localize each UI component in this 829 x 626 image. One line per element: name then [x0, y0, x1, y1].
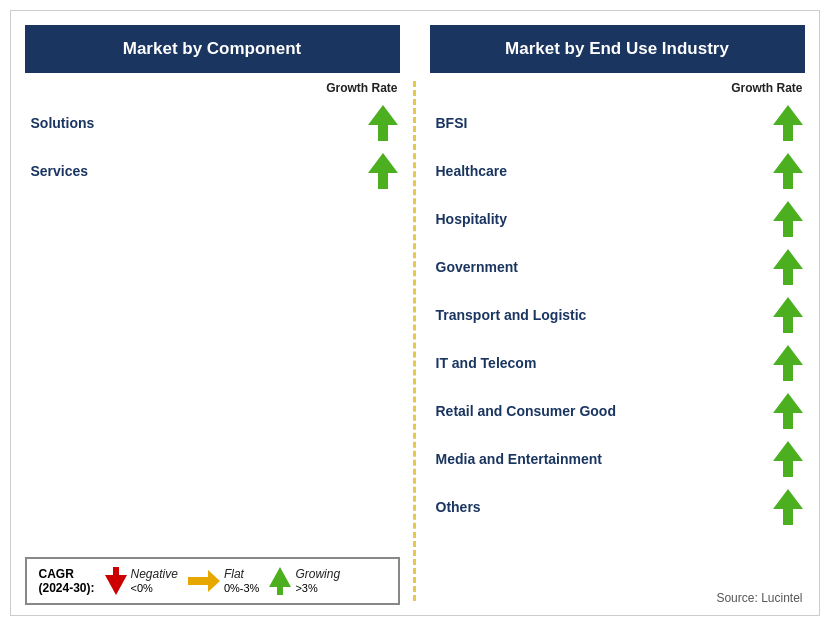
list-item: IT and Telecom — [416, 339, 819, 387]
flat-arrow-icon — [188, 570, 220, 592]
growing-label: Growing — [295, 567, 340, 581]
government-arrow-icon — [773, 249, 803, 285]
svg-marker-11 — [773, 393, 803, 429]
others-arrow-icon — [773, 489, 803, 525]
list-item: Hospitality — [416, 195, 819, 243]
hospitality-arrow-icon — [773, 201, 803, 237]
svg-marker-3 — [188, 570, 220, 592]
svg-marker-8 — [773, 249, 803, 285]
left-growth-label: Growth Rate — [11, 81, 414, 95]
negative-arrow-icon — [105, 567, 127, 595]
list-item: Government — [416, 243, 819, 291]
list-item: Media and Entertainment — [416, 435, 819, 483]
left-panel: Market by Component Growth Rate Solution… — [11, 11, 414, 615]
negative-label: Negative — [131, 567, 178, 581]
solutions-arrow-icon — [368, 105, 398, 141]
flat-label: Flat — [224, 567, 244, 581]
list-item: Solutions — [11, 99, 414, 147]
legend-growing: Growing >3% — [269, 567, 340, 595]
main-container: Market by Component Growth Rate Solution… — [10, 10, 820, 616]
healthcare-label: Healthcare — [436, 163, 508, 179]
services-arrow-icon — [368, 153, 398, 189]
bfsi-label: BFSI — [436, 115, 468, 131]
svg-marker-2 — [105, 567, 127, 595]
growing-arrow-icon — [269, 567, 291, 595]
svg-marker-13 — [773, 489, 803, 525]
legend-title: CAGR (2024-30): — [39, 567, 95, 595]
legend-flat: Flat 0%-3% — [188, 567, 259, 595]
svg-marker-5 — [773, 105, 803, 141]
svg-marker-10 — [773, 345, 803, 381]
retail-label: Retail and Consumer Good — [436, 403, 616, 419]
list-item: Healthcare — [416, 147, 819, 195]
list-item: Others — [416, 483, 819, 531]
svg-marker-4 — [269, 567, 291, 595]
healthcare-arrow-icon — [773, 153, 803, 189]
svg-marker-9 — [773, 297, 803, 333]
services-label: Services — [31, 163, 89, 179]
right-items-list: BFSI Healthcare Hospitality Government — [416, 99, 819, 583]
right-panel: Market by End Use Industry Growth Rate B… — [416, 11, 819, 615]
hospitality-label: Hospitality — [436, 211, 508, 227]
right-growth-label: Growth Rate — [416, 81, 819, 95]
left-panel-title: Market by Component — [25, 25, 400, 73]
it-telecom-label: IT and Telecom — [436, 355, 537, 371]
negative-value: <0% — [131, 582, 153, 594]
solutions-label: Solutions — [31, 115, 95, 131]
others-label: Others — [436, 499, 481, 515]
svg-marker-7 — [773, 201, 803, 237]
source-text: Source: Lucintel — [416, 583, 819, 605]
bfsi-arrow-icon — [773, 105, 803, 141]
retail-arrow-icon — [773, 393, 803, 429]
media-label: Media and Entertainment — [436, 451, 602, 467]
list-item: Retail and Consumer Good — [416, 387, 819, 435]
svg-marker-1 — [368, 153, 398, 189]
svg-marker-6 — [773, 153, 803, 189]
svg-marker-12 — [773, 441, 803, 477]
list-item: Transport and Logistic — [416, 291, 819, 339]
transport-arrow-icon — [773, 297, 803, 333]
svg-marker-0 — [368, 105, 398, 141]
left-items-list: Solutions Services — [11, 99, 414, 547]
legend-negative: Negative <0% — [105, 567, 178, 595]
media-arrow-icon — [773, 441, 803, 477]
list-item: Services — [11, 147, 414, 195]
legend-box: CAGR (2024-30): Negative <0% Flat 0%-3% — [25, 557, 400, 605]
list-item: BFSI — [416, 99, 819, 147]
transport-label: Transport and Logistic — [436, 307, 587, 323]
right-panel-title: Market by End Use Industry — [430, 25, 805, 73]
growing-value: >3% — [295, 582, 317, 594]
government-label: Government — [436, 259, 518, 275]
it-telecom-arrow-icon — [773, 345, 803, 381]
flat-value: 0%-3% — [224, 582, 259, 594]
